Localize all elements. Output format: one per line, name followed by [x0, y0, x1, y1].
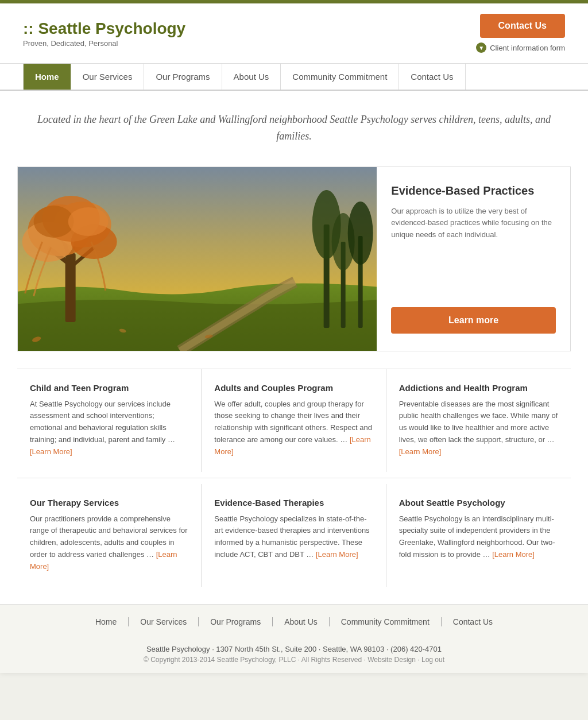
featured-description: Our approach is to utilize the very best… [391, 206, 556, 241]
footer-address: Seattle Psychology · 1307 North 45th St.… [23, 645, 565, 653]
program-card-adults: Adults and Couples Program We offer adul… [202, 369, 386, 472]
service-title-1: Evidence-Based Therapies [214, 498, 373, 508]
program-title-1: Adults and Couples Program [214, 383, 373, 393]
service-link-0[interactable]: [Learn More] [30, 550, 177, 571]
program-link-2[interactable]: [Learn More] [399, 447, 442, 456]
nav-item-about[interactable]: About Us [222, 64, 281, 90]
tagline-section: Located in the heart of the Green Lake a… [0, 91, 588, 161]
program-desc-0: At Seattle Psychology our services inclu… [30, 398, 188, 458]
program-link-0[interactable]: [Learn More] [30, 447, 72, 456]
featured-section: Evidence-Based Practices Our approach is… [17, 167, 571, 351]
service-desc-1: Seattle Psychology specializes in state-… [214, 513, 373, 561]
footer-nav-home[interactable]: Home [84, 617, 129, 626]
program-title-0: Child and Teen Program [30, 383, 188, 393]
footer-nav: Home Our Services Our Programs About Us … [0, 604, 588, 639]
featured-image-inner [18, 167, 377, 351]
nav-item-community[interactable]: Community Commitment [281, 64, 399, 90]
service-link-1[interactable]: [Learn More] [316, 550, 358, 559]
header-right: Contact Us ▼ Client information form [476, 14, 565, 53]
featured-title: Evidence-Based Practices [391, 184, 556, 198]
featured-content: Evidence-Based Practices Our approach is… [377, 167, 570, 351]
service-link-2[interactable]: [Learn More] [492, 550, 535, 559]
nav-item-services[interactable]: Our Services [71, 64, 145, 90]
featured-image [18, 167, 377, 351]
logo-dots: :: [23, 20, 34, 37]
park-svg [18, 167, 377, 351]
main-nav: Home Our Services Our Programs About Us … [0, 64, 588, 91]
service-card-about: About Seattle Psychology Seattle Psychol… [386, 484, 571, 587]
nav-item-contact[interactable]: Contact Us [399, 64, 465, 90]
tagline-text: Located in the heart of the Green Lake a… [34, 111, 554, 145]
service-desc-0: Our practitioners provide a comprehensiv… [30, 513, 188, 573]
footer-nav-community[interactable]: Community Commitment [330, 617, 442, 626]
service-title-0: Our Therapy Services [30, 498, 188, 508]
program-card-addictions: Addictions and Health Program Preventabl… [386, 369, 571, 472]
footer-nav-services[interactable]: Our Services [129, 617, 199, 626]
footer-nav-about[interactable]: About Us [273, 617, 330, 626]
svg-point-13 [34, 206, 74, 238]
nav-item-home[interactable]: Home [23, 64, 71, 90]
learn-more-button[interactable]: Learn more [391, 307, 556, 334]
nav-item-programs[interactable]: Our Programs [144, 64, 222, 90]
program-title-2: Addictions and Health Program [399, 383, 558, 393]
logo-name: Seattle Psychology [38, 20, 185, 37]
service-title-2: About Seattle Psychology [399, 498, 558, 508]
footer-copyright: © Copyright 2013-2014 Seattle Psychology… [23, 656, 565, 664]
logo-tagline: Proven, Dedicated, Personal [23, 39, 185, 48]
footer-nav-contact[interactable]: Contact Us [442, 617, 504, 626]
footer-info: Seattle Psychology · 1307 North 45th St.… [0, 639, 588, 673]
logo: :: Seattle Psychology Proven, Dedicated,… [23, 20, 185, 48]
svg-point-20 [348, 202, 373, 265]
programs-grid: Child and Teen Program At Seattle Psycho… [17, 369, 571, 472]
program-link-1[interactable]: [Learn More] [214, 435, 370, 456]
client-form-label: Client information form [490, 44, 565, 52]
form-icon: ▼ [476, 42, 486, 53]
footer-nav-programs[interactable]: Our Programs [199, 617, 273, 626]
svg-point-14 [68, 207, 109, 236]
services-grid: Our Therapy Services Our practitioners p… [17, 484, 571, 587]
service-desc-2: Seattle Psychology is an interdisciplina… [399, 513, 558, 561]
program-desc-2: Preventable diseases are the most signif… [399, 398, 558, 458]
contact-us-button[interactable]: Contact Us [480, 14, 565, 38]
section-divider [17, 478, 571, 478]
logo-title: :: Seattle Psychology [23, 20, 185, 38]
service-card-therapy: Our Therapy Services Our practitioners p… [17, 484, 202, 587]
program-card-child-teen: Child and Teen Program At Seattle Psycho… [17, 369, 202, 472]
service-card-evidence: Evidence-Based Therapies Seattle Psychol… [202, 484, 386, 587]
client-form-link[interactable]: ▼ Client information form [476, 42, 565, 53]
program-desc-1: We offer adult, couples and group therap… [214, 398, 373, 458]
site-header: :: Seattle Psychology Proven, Dedicated,… [0, 3, 588, 64]
